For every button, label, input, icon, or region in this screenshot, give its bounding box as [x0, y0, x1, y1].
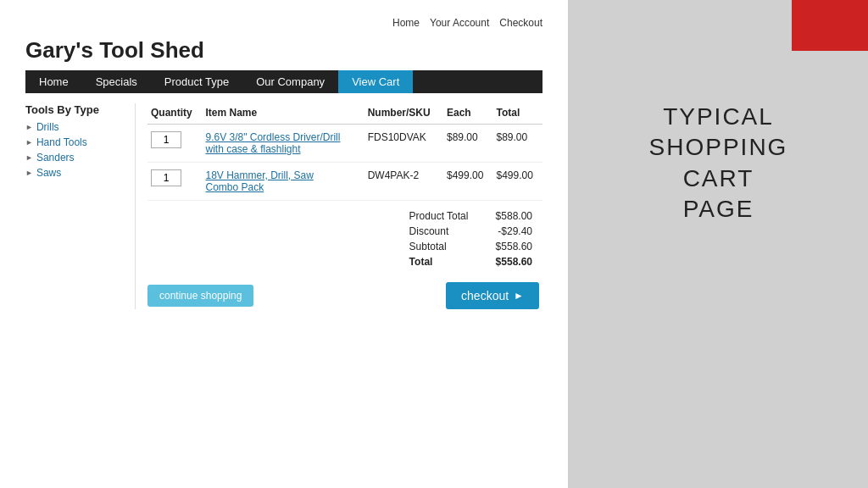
sidebar-item-saws[interactable]: ► Saws [25, 167, 126, 179]
col-header-quantity: Quantity [147, 103, 202, 125]
subtotal-label: Subtotal [404, 240, 489, 253]
totals-section: Product Total $588.00 Discount -$29.40 S… [147, 208, 542, 270]
left-panel: Home Your Account Checkout Gary's Tool S… [0, 0, 568, 488]
discount-value: -$29.40 [491, 225, 537, 238]
total-1: $89.00 [492, 125, 542, 163]
subtotal-row: Subtotal $558.60 [404, 240, 537, 253]
sku-1: FDS10DVAK [364, 125, 443, 163]
discount-row: Discount -$29.40 [404, 225, 537, 238]
top-nav: Home Your Account Checkout [25, 17, 542, 29]
product-total-row: Product Total $588.00 [404, 209, 537, 223]
table-row: 9.6V 3/8" Cordless Driver/Drill with cas… [147, 125, 542, 163]
quantity-input-1[interactable] [151, 131, 181, 148]
nav-item-view-cart[interactable]: View Cart [338, 70, 413, 93]
arrow-icon: ► [25, 169, 33, 177]
subtotal-value: $558.60 [491, 240, 537, 253]
item-link-1[interactable]: 9.6V 3/8" Cordless Driver/Drill with cas… [205, 131, 341, 155]
continue-shopping-button[interactable]: continue shopping [147, 285, 253, 307]
sidebar-item-sanders[interactable]: ► Sanders [25, 152, 126, 164]
arrow-icon: ► [25, 123, 33, 131]
checkout-label: checkout [461, 289, 509, 302]
heading-line-3: CART [649, 164, 788, 194]
cart-table: Quantity Item Name Number/SKU Each Total… [147, 103, 542, 201]
product-total-label: Product Total [404, 209, 489, 223]
grand-total-row: Total $558.60 [404, 255, 537, 269]
nav-item-our-company[interactable]: Our Company [242, 70, 338, 93]
total-label: Total [404, 255, 489, 269]
sidebar: Tools By Type ► Drills ► Hand Tools ► Sa… [25, 103, 136, 309]
table-row: 18V Hammer, Drill, Saw Combo Pack DW4PAK… [147, 163, 542, 201]
sidebar-item-hand-tools[interactable]: ► Hand Tools [25, 136, 126, 148]
nav-item-specials[interactable]: Specials [82, 70, 151, 93]
top-nav-account[interactable]: Your Account [430, 17, 489, 29]
right-panel-heading: TYPICAL SHOPPING CART PAGE [649, 102, 788, 225]
sidebar-item-drills[interactable]: ► Drills [25, 121, 126, 133]
totals-table: Product Total $588.00 Discount -$29.40 S… [403, 208, 539, 270]
buttons-row: continue shopping checkout ► [147, 282, 542, 309]
col-header-item-name: Item Name [202, 103, 364, 125]
cart-area: Quantity Item Name Number/SKU Each Total… [136, 103, 542, 309]
item-link-2[interactable]: 18V Hammer, Drill, Saw Combo Pack [205, 169, 341, 193]
red-box-decoration [792, 0, 868, 51]
sidebar-title: Tools By Type [25, 103, 126, 116]
arrow-icon: ► [25, 138, 33, 147]
quantity-input-2[interactable] [151, 169, 181, 186]
col-header-total: Total [492, 103, 542, 125]
nav-bar: Home Specials Product Type Our Company V… [25, 70, 542, 93]
col-header-each: Each [443, 103, 492, 125]
nav-item-home[interactable]: Home [25, 70, 82, 93]
checkout-arrow-icon: ► [514, 290, 524, 302]
each-price-1: $89.00 [443, 125, 492, 163]
site-title: Gary's Tool Shed [25, 37, 542, 64]
heading-line-4: PAGE [649, 194, 788, 225]
top-nav-checkout[interactable]: Checkout [499, 17, 542, 29]
heading-line-1: TYPICAL [649, 102, 788, 132]
heading-line-2: SHOPPING [649, 132, 788, 163]
arrow-icon: ► [25, 153, 33, 162]
discount-label: Discount [404, 225, 489, 238]
each-price-2: $499.00 [443, 163, 492, 201]
total-value: $558.60 [491, 255, 537, 269]
col-header-sku: Number/SKU [364, 103, 443, 125]
right-panel: TYPICAL SHOPPING CART PAGE [569, 0, 868, 488]
total-2: $499.00 [492, 163, 542, 201]
top-nav-home[interactable]: Home [392, 17, 420, 29]
nav-item-product-type[interactable]: Product Type [151, 70, 242, 93]
main-content: Tools By Type ► Drills ► Hand Tools ► Sa… [25, 103, 542, 309]
sku-2: DW4PAK-2 [364, 163, 443, 201]
checkout-button[interactable]: checkout ► [446, 282, 539, 309]
product-total-value: $588.00 [491, 209, 537, 223]
